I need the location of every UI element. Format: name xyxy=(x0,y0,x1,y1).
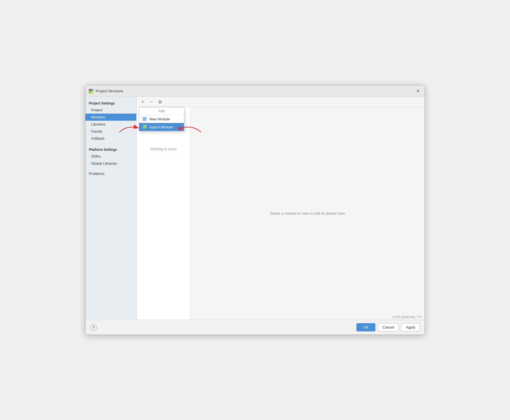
import-module-icon xyxy=(143,125,147,129)
sidebar-item-sdks[interactable]: SDKs xyxy=(85,153,136,160)
title-bar-left: Project Structure xyxy=(89,89,123,93)
detail-placeholder-text: Select a module to view or edit its deta… xyxy=(270,211,345,216)
platform-settings-heading: Platform Settings xyxy=(85,145,136,153)
svg-rect-2 xyxy=(89,91,91,93)
title-bar: Project Structure ✕ xyxy=(85,85,425,97)
add-dropdown-menu: Add New Module xyxy=(139,107,184,131)
copy-button[interactable]: ⧉ xyxy=(156,98,164,106)
footer-buttons: OK Cancel Apply xyxy=(356,323,420,331)
import-module-label: Import Module xyxy=(149,125,173,129)
arrow-left-annotation xyxy=(119,122,139,133)
import-module-item[interactable]: Import Module xyxy=(139,123,184,131)
ok-button[interactable]: OK xyxy=(356,323,375,331)
sidebar-item-global-libraries[interactable]: Global Libraries xyxy=(85,160,136,167)
add-button[interactable]: + xyxy=(139,98,147,106)
svg-rect-5 xyxy=(144,117,147,120)
help-button[interactable]: ? xyxy=(90,324,97,331)
svg-rect-1 xyxy=(91,89,93,91)
detail-panel: Select a module to view or edit its deta… xyxy=(191,107,425,320)
empty-state-text: Nothing to show xyxy=(150,147,177,151)
new-module-icon xyxy=(143,117,147,121)
remove-button[interactable]: − xyxy=(147,98,155,106)
toolbar: + − ⧉ Add xyxy=(137,97,425,107)
footer-left: ? xyxy=(90,324,97,331)
dropdown-header: Add xyxy=(139,107,184,115)
project-settings-heading: Project Settings xyxy=(85,99,136,106)
apply-button[interactable]: Apply xyxy=(401,323,420,331)
module-list-panel: Nothing to show xyxy=(137,107,191,320)
new-module-label: New Module xyxy=(149,117,170,121)
svg-rect-3 xyxy=(91,91,93,93)
close-button[interactable]: ✕ xyxy=(414,88,421,95)
svg-rect-9 xyxy=(144,125,147,128)
new-module-item[interactable]: New Module xyxy=(139,115,184,123)
watermark: CSDN @鲢鱼辣椒_TUT xyxy=(392,315,422,319)
cancel-button[interactable]: Cancel xyxy=(378,323,399,331)
sidebar-item-problems[interactable]: Problems xyxy=(85,169,136,177)
window-body: Project Settings Project Modules Librari… xyxy=(85,97,425,320)
svg-rect-0 xyxy=(89,89,91,91)
sidebar-item-artifacts[interactable]: Artifacts xyxy=(85,135,136,142)
app-icon xyxy=(89,89,93,93)
project-structure-window: Project Structure ✕ Project Settings Pro… xyxy=(85,85,425,335)
content-split: Nothing to show Select a module to view … xyxy=(137,107,425,320)
main-content: + − ⧉ Add xyxy=(137,97,425,320)
window-title: Project Structure xyxy=(96,89,123,93)
footer: ? OK Cancel Apply xyxy=(85,320,425,335)
sidebar-item-modules[interactable]: Modules xyxy=(85,114,136,121)
sidebar-item-project[interactable]: Project xyxy=(85,106,136,114)
arrow-right-annotation xyxy=(181,122,201,133)
